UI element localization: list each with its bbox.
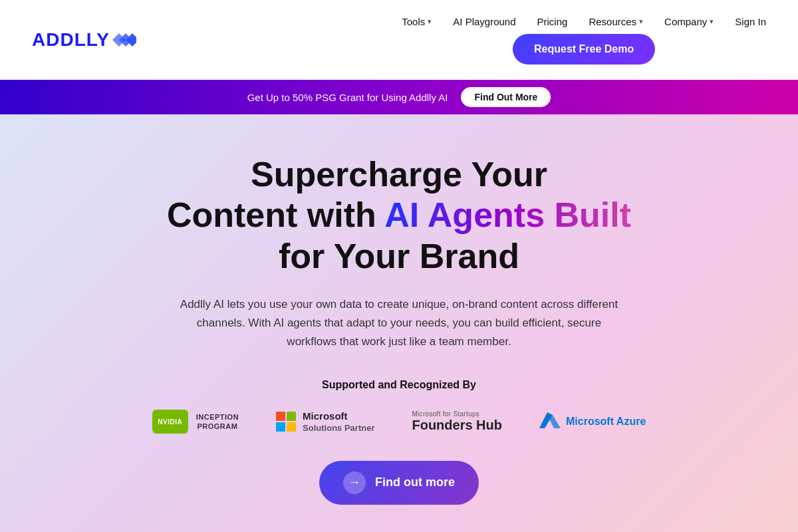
logo[interactable]: ADDLLY <box>32 29 136 51</box>
logo-text: ADDLLY <box>32 29 110 51</box>
nav-pricing[interactable]: Pricing <box>537 16 568 27</box>
chevron-down-icon: ▾ <box>428 17 432 26</box>
nav-resources[interactable]: Resources ▾ <box>589 16 643 27</box>
navbar: ADDLLY Tools ▾ AI Playground Pricing Res… <box>0 0 798 80</box>
nav-company[interactable]: Company ▾ <box>664 16 714 27</box>
chevron-down-icon: ▾ <box>710 17 714 26</box>
banner-text: Get Up to 50% PSG Grant for Using Addlly… <box>247 92 448 103</box>
logo-icon <box>112 31 136 49</box>
promo-banner: Get Up to 50% PSG Grant for Using Addlly… <box>0 80 798 114</box>
partner-logos: NVIDIA INCEPTIONPROGRAM Microsoft Soluti… <box>152 410 646 434</box>
arrow-right-icon: → <box>343 471 366 494</box>
chevron-down-icon: ▾ <box>639 17 643 26</box>
hero-subtext: Addlly AI lets you use your own data to … <box>180 295 618 351</box>
nav-tools[interactable]: Tools ▾ <box>402 16 432 27</box>
nav-links: Tools ▾ AI Playground Pricing Resources … <box>402 16 766 65</box>
svg-marker-4 <box>549 415 561 428</box>
hero-section: Supercharge Your Content with AI Agents … <box>0 114 798 532</box>
nav-sign-in[interactable]: Sign In <box>735 16 766 27</box>
request-demo-button[interactable]: Request Free Demo <box>513 34 655 65</box>
nav-top: Tools ▾ AI Playground Pricing Resources … <box>402 16 766 27</box>
nav-ai-playground[interactable]: AI Playground <box>453 16 515 27</box>
nav-bottom: Request Free Demo <box>513 34 655 65</box>
microsoft-solutions-logo: Microsoft Solutions Partner <box>276 410 374 434</box>
founders-hub-logo: Microsoft for Startups Founders Hub <box>412 410 502 433</box>
find-out-more-button[interactable]: → Find out more <box>319 461 479 505</box>
azure-icon <box>539 412 561 431</box>
hero-headline: Supercharge Your Content with AI Agents … <box>167 154 631 277</box>
banner-find-out-button[interactable]: Find Out More <box>461 87 551 107</box>
azure-logo: Microsoft Azure <box>539 412 646 431</box>
supported-label: Supported and Recognized By <box>322 379 476 391</box>
nvidia-logo: NVIDIA INCEPTIONPROGRAM <box>152 410 239 434</box>
hero-gradient-text: AI Agents Built <box>384 196 631 234</box>
